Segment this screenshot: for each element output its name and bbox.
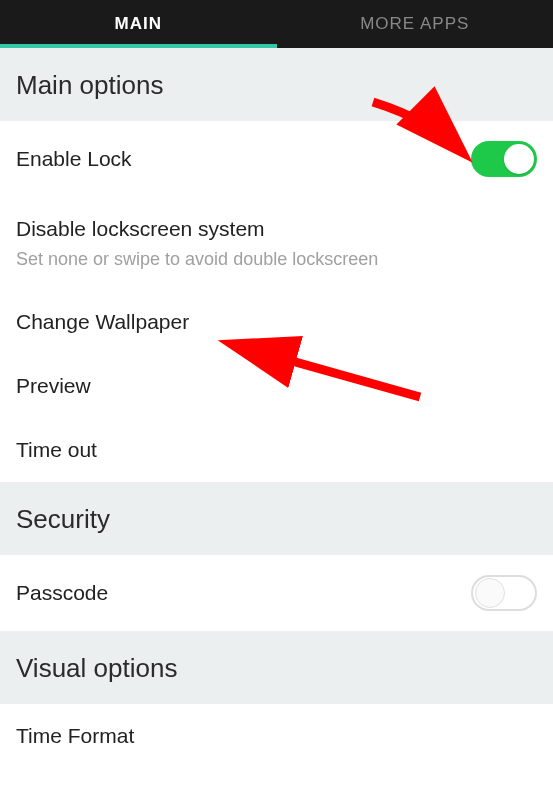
toggle-knob <box>504 144 534 174</box>
tab-more-apps[interactable]: MORE APPS <box>277 0 554 48</box>
section-header-main-options: Main options <box>0 48 553 121</box>
passcode-label: Passcode <box>16 581 108 605</box>
time-out-row[interactable]: Time out <box>0 418 553 482</box>
passcode-toggle[interactable] <box>471 575 537 611</box>
tab-bar: MAIN MORE APPS <box>0 0 553 48</box>
toggle-knob <box>475 578 505 608</box>
preview-label: Preview <box>16 374 91 397</box>
disable-lockscreen-row[interactable]: Disable lockscreen system Set none or sw… <box>0 197 553 290</box>
enable-lock-label: Enable Lock <box>16 147 132 171</box>
tab-main[interactable]: MAIN <box>0 0 277 48</box>
time-out-label: Time out <box>16 438 97 461</box>
section-header-security: Security <box>0 482 553 555</box>
disable-lockscreen-sub: Set none or swipe to avoid double locksc… <box>16 249 537 270</box>
time-format-row[interactable]: Time Format <box>0 704 553 768</box>
tab-more-apps-label: MORE APPS <box>360 14 469 34</box>
time-format-label: Time Format <box>16 724 134 747</box>
tab-main-label: MAIN <box>115 14 162 34</box>
section-header-visual: Visual options <box>0 631 553 704</box>
preview-row[interactable]: Preview <box>0 354 553 418</box>
enable-lock-row[interactable]: Enable Lock <box>0 121 553 197</box>
disable-lockscreen-label: Disable lockscreen system <box>16 217 537 241</box>
change-wallpaper-row[interactable]: Change Wallpaper <box>0 290 553 354</box>
change-wallpaper-label: Change Wallpaper <box>16 310 189 333</box>
enable-lock-toggle[interactable] <box>471 141 537 177</box>
passcode-row[interactable]: Passcode <box>0 555 553 631</box>
